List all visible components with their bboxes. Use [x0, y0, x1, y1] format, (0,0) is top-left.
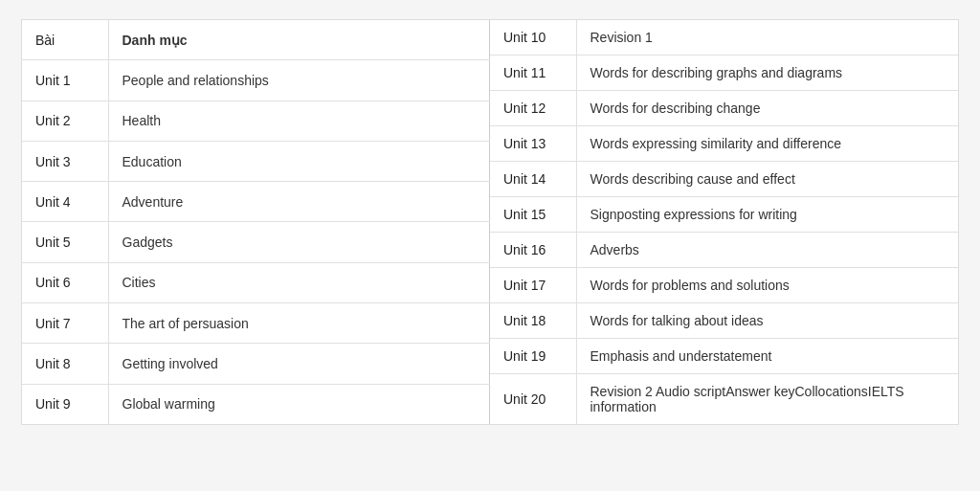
unit-topic: Revision 1 — [576, 20, 958, 56]
unit-topic: Words expressing similarity and differen… — [576, 126, 958, 162]
left-table-row: Unit 1People and relationships — [22, 60, 490, 100]
unit-topic: Health — [108, 100, 490, 141]
unit-topic: Emphasis and understatement — [576, 339, 958, 374]
unit-label: Unit 3 — [22, 141, 108, 181]
left-table: BàiDanh mụcUnit 1People and relationship… — [22, 20, 490, 424]
unit-topic: Words for describing graphs and diagrams — [576, 56, 958, 91]
left-header-row: BàiDanh mục — [22, 20, 490, 60]
unit-label: Unit 4 — [22, 182, 108, 222]
unit-label: Unit 5 — [22, 222, 108, 262]
unit-topic: The art of persuasion — [108, 303, 490, 344]
right-table-row: Unit 19Emphasis and understatement — [490, 339, 958, 374]
unit-label: Unit 10 — [490, 20, 576, 56]
unit-label: Unit 14 — [490, 162, 576, 197]
left-header-topic: Danh mục — [108, 20, 490, 60]
right-table-row: Unit 14Words describing cause and effect — [490, 162, 958, 197]
unit-topic: Words for describing change — [576, 91, 958, 126]
unit-label: Unit 9 — [22, 384, 108, 424]
left-table-row: Unit 7The art of persuasion — [22, 303, 490, 344]
right-table-row: Unit 15Signposting expressions for writi… — [490, 197, 958, 233]
unit-label: Unit 1 — [22, 60, 108, 100]
unit-label: Unit 15 — [490, 197, 576, 233]
unit-topic: Global warming — [108, 384, 490, 424]
unit-topic: Adverbs — [576, 233, 958, 268]
left-table-row: Unit 8Getting involved — [22, 344, 490, 384]
unit-label: Unit 16 — [490, 233, 576, 268]
unit-label: Unit 18 — [490, 303, 576, 339]
left-table-row: Unit 9Global warming — [22, 384, 490, 424]
unit-label: Unit 13 — [490, 126, 576, 162]
unit-label: Unit 19 — [490, 339, 576, 374]
main-container: BàiDanh mụcUnit 1People and relationship… — [21, 19, 959, 425]
unit-label: Unit 17 — [490, 268, 576, 303]
unit-topic: Adventure — [108, 182, 490, 222]
right-table: Unit 10Revision 1Unit 11Words for descri… — [490, 20, 958, 424]
unit-label: Unit 12 — [490, 91, 576, 126]
unit-topic: Getting involved — [108, 344, 490, 384]
right-table-row: Unit 18Words for talking about ideas — [490, 303, 958, 339]
unit-topic: Signposting expressions for writing — [576, 197, 958, 233]
unit-label: Unit 11 — [490, 56, 576, 91]
unit-topic: Revision 2 Audio scriptAnswer keyColloca… — [576, 374, 958, 425]
unit-topic: Words for problems and solutions — [576, 268, 958, 303]
unit-topic: Gadgets — [108, 222, 490, 262]
right-table-row: Unit 20Revision 2 Audio scriptAnswer key… — [490, 374, 958, 425]
right-table-row: Unit 13Words expressing similarity and d… — [490, 126, 958, 162]
unit-label: Unit 8 — [22, 344, 108, 384]
left-table-row: Unit 5Gadgets — [22, 222, 490, 262]
right-table-row: Unit 11Words for describing graphs and d… — [490, 56, 958, 91]
unit-label: Unit 20 — [490, 374, 576, 425]
unit-label: Unit 7 — [22, 303, 108, 344]
left-table-row: Unit 4Adventure — [22, 182, 490, 222]
right-table-row: Unit 16Adverbs — [490, 233, 958, 268]
right-table-row: Unit 10Revision 1 — [490, 20, 958, 56]
unit-topic: Education — [108, 141, 490, 181]
unit-label: Unit 2 — [22, 100, 108, 141]
left-table-row: Unit 3Education — [22, 141, 490, 181]
unit-topic: Cities — [108, 262, 490, 302]
left-table-row: Unit 2Health — [22, 100, 490, 141]
left-table-row: Unit 6Cities — [22, 262, 490, 302]
unit-label: Unit 6 — [22, 262, 108, 302]
left-header-unit: Bài — [22, 20, 108, 60]
unit-topic: Words describing cause and effect — [576, 162, 958, 197]
right-table-row: Unit 17Words for problems and solutions — [490, 268, 958, 303]
right-table-row: Unit 12Words for describing change — [490, 91, 958, 126]
unit-topic: People and relationships — [108, 60, 490, 100]
unit-topic: Words for talking about ideas — [576, 303, 958, 339]
